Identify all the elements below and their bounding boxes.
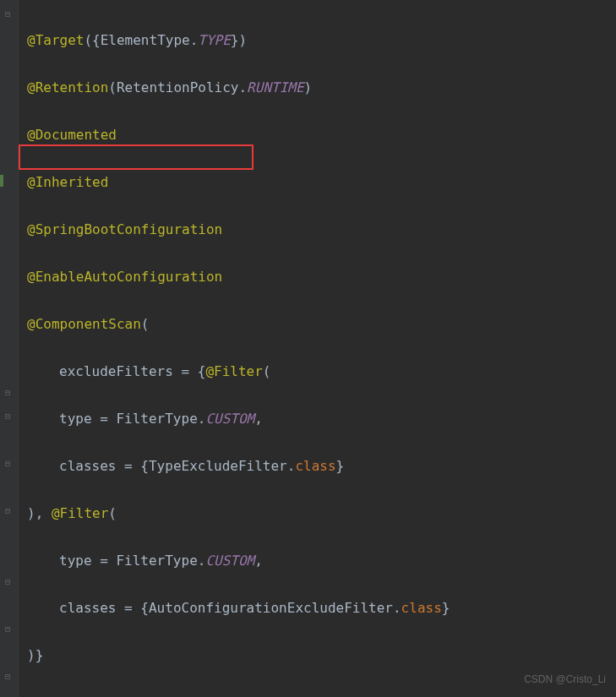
- annotation: @Inherited: [27, 174, 108, 190]
- code-line: excludeFilters = {@Filter(: [27, 360, 616, 384]
- code-line: )}: [27, 644, 616, 667]
- code-line: type = FilterType.CUSTOM,: [27, 407, 616, 431]
- code-line: @ComponentScan(: [27, 313, 616, 336]
- code-line: ), @Filter(: [27, 502, 616, 525]
- watermark: CSDN @Cristo_Li: [524, 671, 606, 689]
- fold-icon[interactable]: ⊟: [5, 578, 14, 586]
- code-line: @Retention(RetentionPolicy.RUNTIME): [27, 76, 616, 100]
- code-line: @EnableAutoConfiguration: [27, 265, 616, 289]
- annotation: @SpringBootConfiguration: [27, 221, 222, 237]
- annotation-highlighted: @EnableAutoConfiguration: [27, 269, 222, 285]
- editor-gutter: ⊟ ⊟ ⊟ ⊟ ⊟ ⊟ ⊟ ⊟: [0, 0, 19, 697]
- fold-icon[interactable]: ⊟: [5, 507, 14, 515]
- annotation: @ComponentScan: [27, 316, 141, 332]
- code-line: classes = {AutoConfigurationExcludeFilte…: [27, 596, 616, 620]
- fold-icon[interactable]: ⊟: [5, 389, 14, 397]
- vcs-change-marker: [0, 175, 3, 187]
- fold-icon[interactable]: ⊟: [5, 672, 14, 681]
- code-line: @Documented: [27, 123, 616, 147]
- code-line: type = FilterType.CUSTOM,: [27, 549, 616, 573]
- code-line: @Inherited: [27, 171, 616, 194]
- fold-icon[interactable]: ⊟: [5, 625, 14, 634]
- code-line: ): [27, 691, 616, 697]
- fold-icon[interactable]: ⊟: [5, 10, 14, 19]
- code-editor[interactable]: @Target({ElementType.TYPE}) @Retention(R…: [0, 0, 616, 697]
- code-line: @SpringBootConfiguration: [27, 218, 616, 242]
- annotation: @Target: [27, 32, 84, 48]
- annotation: @Documented: [27, 127, 117, 143]
- fold-icon[interactable]: ⊟: [5, 412, 14, 421]
- code-line: classes = {TypeExcludeFilter.class}: [27, 455, 616, 478]
- code-line: @Target({ElementType.TYPE}): [27, 29, 616, 52]
- fold-icon[interactable]: ⊟: [5, 460, 14, 468]
- annotation: @Retention: [27, 79, 108, 95]
